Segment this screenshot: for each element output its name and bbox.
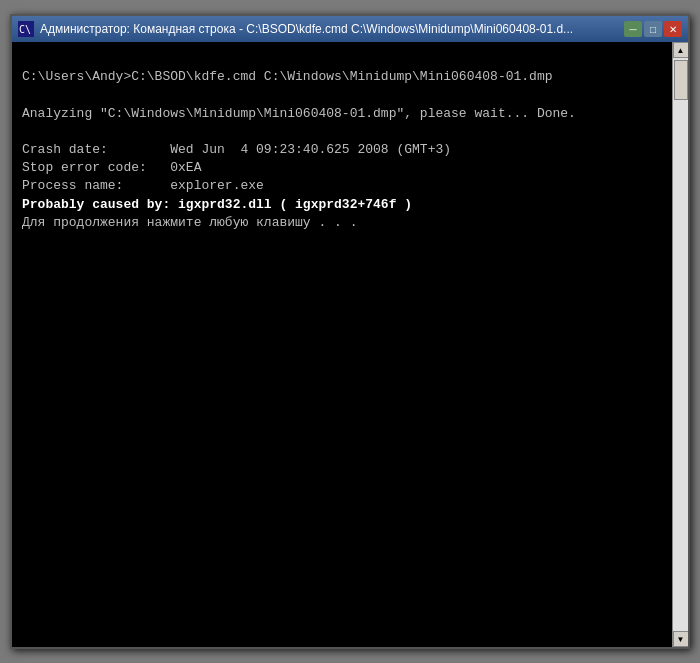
maximize-button[interactable]: □	[644, 21, 662, 37]
cmd-icon: C\	[18, 21, 34, 37]
scroll-down-button[interactable]: ▼	[673, 631, 689, 647]
scrollbar[interactable]: ▲ ▼	[672, 42, 688, 647]
window-body: C:\Users\Andy>C:\BSOD\kdfe.cmd C:\Window…	[12, 42, 688, 647]
cmd-window: C\ Администратор: Командная строка - C:\…	[10, 14, 690, 649]
close-button[interactable]: ✕	[664, 21, 682, 37]
titlebar: C\ Администратор: Командная строка - C:\…	[12, 16, 688, 42]
scroll-thumb[interactable]	[674, 60, 688, 100]
svg-text:C\: C\	[19, 24, 31, 35]
window-controls: ─ □ ✕	[624, 21, 682, 37]
minimize-button[interactable]: ─	[624, 21, 642, 37]
scroll-track[interactable]	[673, 58, 688, 631]
scroll-up-button[interactable]: ▲	[673, 42, 689, 58]
window-title: Администратор: Командная строка - C:\BSO…	[40, 22, 624, 36]
console-output[interactable]: C:\Users\Andy>C:\BSOD\kdfe.cmd C:\Window…	[12, 42, 672, 647]
